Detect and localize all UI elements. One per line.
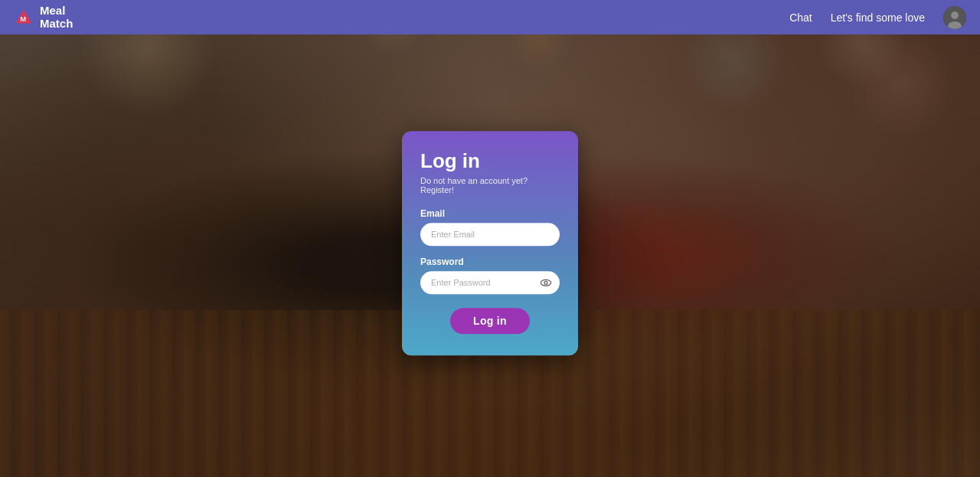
svg-text:M: M xyxy=(20,15,26,22)
navbar: M Meal Match Chat Let's find some love xyxy=(0,0,980,34)
login-card: Log in Do not have an account yet? Regis… xyxy=(402,131,578,355)
password-input[interactable] xyxy=(420,271,560,294)
svg-point-5 xyxy=(541,279,550,286)
login-button[interactable]: Log in xyxy=(450,308,530,334)
login-title: Log in xyxy=(420,149,560,173)
nav-right: Chat Let's find some love xyxy=(789,6,966,29)
avatar-icon xyxy=(943,6,966,29)
email-label: Email xyxy=(420,208,560,219)
email-field-group: Email xyxy=(420,208,560,246)
brand-logo-link[interactable]: M Meal Match xyxy=(14,5,73,30)
password-field-group: Password xyxy=(420,256,560,294)
svg-point-3 xyxy=(951,11,959,19)
login-subtitle: Do not have an account yet? Register! xyxy=(420,176,560,194)
password-label: Password xyxy=(420,256,560,267)
email-input-wrap xyxy=(420,223,560,246)
brand-icon: M xyxy=(14,8,34,28)
brand-name: Meal Match xyxy=(40,5,73,30)
login-modal: Log in Do not have an account yet? Regis… xyxy=(402,131,578,355)
toggle-password-button[interactable] xyxy=(540,276,552,289)
svg-point-6 xyxy=(544,281,547,284)
email-input[interactable] xyxy=(420,223,560,246)
avatar[interactable] xyxy=(943,6,966,29)
find-love-nav-link[interactable]: Let's find some love xyxy=(831,11,925,24)
password-input-wrap xyxy=(420,271,560,294)
chat-nav-link[interactable]: Chat xyxy=(789,11,812,24)
eye-icon xyxy=(540,276,552,289)
